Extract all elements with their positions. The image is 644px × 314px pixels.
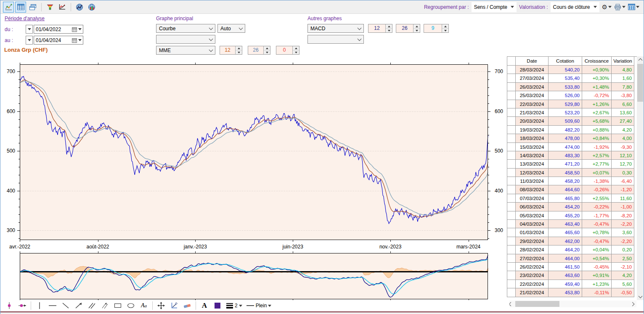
table-row[interactable]: 05/03/2024455,20-1,77%-8,20	[507, 211, 637, 220]
table-row[interactable]: 21/02/2024453,80-0,11%-0,50	[507, 288, 637, 297]
spin-buttons[interactable]	[442, 24, 448, 32]
cell-cotation[interactable]: 454,20	[549, 203, 582, 211]
cell-cotation[interactable]: 529,80	[549, 100, 582, 108]
row-header-cell[interactable]	[507, 185, 516, 194]
row-header-cell[interactable]	[507, 254, 516, 263]
table-row[interactable]: 28/03/2024540,20+0,90%4,80	[507, 66, 637, 74]
cell-variation[interactable]: -8,20	[612, 211, 634, 220]
spin-buttons[interactable]	[292, 46, 299, 54]
spin-buttons[interactable]	[235, 46, 242, 54]
row-header-cell[interactable]	[507, 194, 516, 203]
parallel-arrow-tool[interactable]	[100, 301, 109, 310]
chart-settings-button[interactable]	[57, 2, 68, 13]
text-tool[interactable]: Aa	[139, 301, 148, 310]
cell-date[interactable]: 28/02/2024	[516, 245, 549, 254]
cell-croissance[interactable]: +2,57%	[582, 151, 612, 160]
horizontal-line-tool[interactable]	[48, 301, 57, 310]
cell-date[interactable]: 07/03/2024	[516, 194, 549, 203]
cell-cotation[interactable]: 535,40	[549, 74, 582, 82]
table-row[interactable]: 06/03/2024454,20-0,22%-1,00	[507, 203, 637, 211]
table-row[interactable]: 22/03/2024529,80+1,26%6,60	[507, 100, 637, 108]
spin-buttons[interactable]	[263, 46, 270, 54]
cell-variation[interactable]: -1,20	[612, 185, 634, 194]
cell-cotation[interactable]: 509,60	[549, 117, 582, 125]
cell-variation[interactable]: -3,80	[612, 91, 634, 100]
columns-dropdown[interactable]	[628, 4, 639, 10]
au-preset-dropdown[interactable]	[26, 36, 33, 45]
cell-cotation[interactable]: 458,50	[549, 169, 582, 177]
cell-variation[interactable]: 4,00	[612, 134, 634, 142]
cell-cotation[interactable]: 465,60	[549, 228, 582, 237]
cell-date[interactable]: 01/03/2024	[516, 228, 549, 237]
cell-date[interactable]: 27/02/2024	[516, 254, 549, 263]
column-header[interactable]: Variation	[612, 57, 634, 66]
row-header-cell[interactable]	[507, 211, 516, 220]
cell-variation[interactable]: 0,20	[612, 245, 634, 254]
row-header-cell[interactable]	[507, 100, 516, 108]
cell-croissance[interactable]: -0,26%	[582, 185, 612, 194]
cell-croissance[interactable]: +0,30%	[582, 74, 612, 82]
cell-cotation[interactable]: 464,00	[549, 254, 582, 263]
cell-cotation[interactable]: 453,80	[549, 288, 582, 297]
column-header[interactable]: Croissance	[582, 57, 612, 66]
cell-date[interactable]: 26/02/2024	[516, 263, 549, 271]
table-row[interactable]: 28/02/2024464,20+0,04%0,20	[507, 245, 637, 254]
table-row[interactable]: 20/03/2024509,60+5,68%27,40	[507, 117, 637, 125]
table-row[interactable]: 27/03/2024535,40+0,30%1,60	[507, 74, 637, 82]
table-row[interactable]: 21/03/2024523,20+2,67%13,60	[507, 108, 637, 117]
cell-croissance[interactable]: +0,04%	[582, 245, 612, 254]
column-header[interactable]	[507, 57, 516, 66]
cell-croissance[interactable]: +0,78%	[582, 228, 612, 237]
cell-date[interactable]: 04/03/2024	[516, 220, 549, 228]
cell-variation[interactable]: -2,20	[612, 237, 634, 245]
cell-date[interactable]: 22/03/2024	[516, 100, 549, 108]
cell-croissance[interactable]: -0,47%	[582, 237, 612, 245]
cell-date[interactable]: 19/03/2024	[516, 126, 549, 134]
cell-variation[interactable]: 5,60	[612, 280, 634, 288]
au-date-input[interactable]: 01/04/2024	[34, 36, 83, 45]
table-row[interactable]: 08/03/2024464,60-0,26%-1,20	[507, 185, 637, 194]
cell-date[interactable]: 08/03/2024	[516, 185, 549, 194]
cell-variation[interactable]: 12,70	[612, 160, 634, 168]
autre-graphe-combobox[interactable]: MACD	[307, 24, 364, 33]
cell-croissance[interactable]: -1,77%	[582, 211, 612, 220]
table-vertical-scrollbar[interactable]	[637, 56, 644, 300]
table-row[interactable]: 13/03/2024471,20+2,77%12,70	[507, 160, 637, 168]
cell-date[interactable]: 11/03/2024	[516, 177, 549, 185]
cell-date[interactable]: 21/02/2024	[516, 288, 549, 297]
parallel-lines-tool[interactable]	[87, 301, 96, 310]
table-row[interactable]: 07/03/2024465,80+2,55%11,60	[507, 194, 637, 203]
cell-cotation[interactable]: 474,00	[549, 143, 582, 151]
cell-date[interactable]: 13/03/2024	[516, 160, 549, 168]
cell-variation[interactable]: 13,60	[612, 108, 634, 117]
spin-buttons[interactable]	[413, 24, 420, 32]
font-tool[interactable]: A	[200, 301, 209, 310]
macd-period3-spinner[interactable]: 9	[424, 24, 449, 33]
web-import-button[interactable]	[86, 2, 97, 13]
cell-cotation[interactable]: 465,80	[549, 194, 582, 203]
point-horizontal-tool[interactable]	[18, 301, 27, 310]
scroll-down-button[interactable]	[637, 293, 644, 300]
cell-croissance[interactable]: +0,07%	[582, 169, 612, 177]
row-header-cell[interactable]	[507, 160, 516, 168]
cell-cotation[interactable]: 482,20	[549, 126, 582, 134]
cell-croissance[interactable]: +1,48%	[582, 83, 612, 91]
cell-croissance[interactable]: -0,22%	[582, 203, 612, 211]
eraser-tool[interactable]	[183, 301, 192, 310]
cell-date[interactable]: 05/03/2024	[516, 211, 549, 220]
row-header-cell[interactable]	[507, 245, 516, 254]
valorisation-combobox[interactable]: Cours de clôture	[551, 2, 599, 12]
table-row[interactable]: 26/03/2024533,80+1,48%7,80	[507, 83, 637, 91]
cell-croissance[interactable]: -1,38%	[582, 177, 612, 185]
cell-variation[interactable]: -0,50	[612, 288, 634, 297]
cell-variation[interactable]: 4,20	[612, 271, 634, 280]
cell-cotation[interactable]: 459,40	[549, 280, 582, 288]
cell-date[interactable]: 18/03/2024	[516, 134, 549, 142]
table-row[interactable]: 04/03/2024463,40-0,47%-2,20	[507, 220, 637, 228]
cell-variation[interactable]: -9,30	[612, 143, 634, 151]
cell-croissance[interactable]: -0,45%	[582, 263, 612, 271]
autre-graphe2-combobox[interactable]	[307, 35, 364, 44]
line-width-tool[interactable]: 2	[226, 303, 242, 309]
mme-period2-spinner[interactable]: 26	[248, 46, 270, 55]
cell-date[interactable]: 14/03/2024	[516, 151, 549, 160]
